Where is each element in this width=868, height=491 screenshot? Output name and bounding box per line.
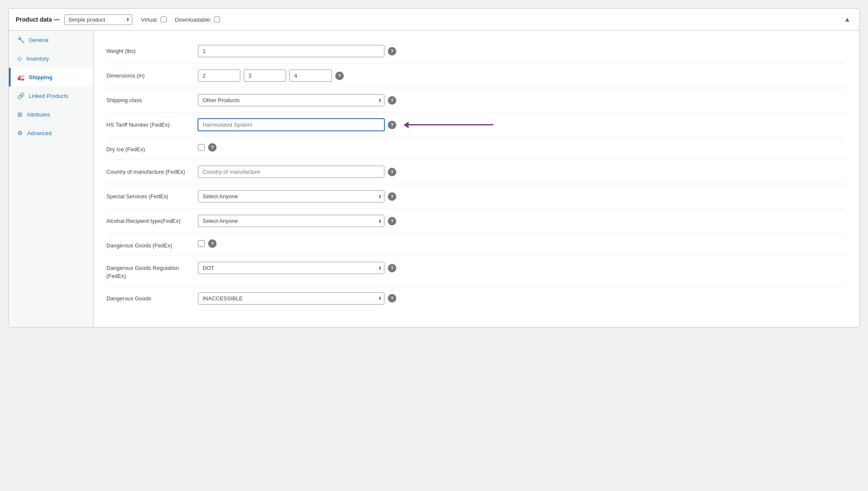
- dimensions-field: ?: [198, 69, 846, 82]
- sidebar-item-advanced[interactable]: ⚙ Advanced: [9, 124, 93, 142]
- dangerous-goods-2-select[interactable]: INACCESSIBLE: [198, 292, 384, 305]
- panel-header: Product data — Simple product Virtual: D…: [9, 9, 859, 31]
- dangerous-goods-2-row: Dangerous Goods INACCESSIBLE ?: [106, 286, 846, 311]
- panel-title: Product data —: [16, 16, 59, 23]
- special-services-select-wrapper[interactable]: Select Anyone: [198, 190, 384, 203]
- truck-icon: 🚛: [17, 74, 25, 80]
- country-manufacture-field: ?: [198, 166, 846, 178]
- sidebar-item-inventory[interactable]: ◇ Inventory: [9, 49, 93, 68]
- sidebar-label-advanced: Advanced: [27, 130, 52, 136]
- hs-tariff-help-icon[interactable]: ?: [388, 121, 396, 129]
- sidebar-label-inventory: Inventory: [26, 55, 49, 62]
- virtual-label: Virtual:: [141, 17, 158, 23]
- dimensions-group: [198, 69, 332, 82]
- sidebar-label-shipping: Shipping: [29, 74, 53, 80]
- arrow-line: [409, 124, 493, 125]
- virtual-checkbox[interactable]: [161, 17, 167, 22]
- downloadable-option[interactable]: Downloadable:: [175, 17, 220, 23]
- sidebar-item-shipping[interactable]: 🚛 Shipping: [9, 68, 93, 86]
- weight-input[interactable]: [198, 45, 384, 57]
- country-manufacture-label: Country of manufacture (FedEx): [106, 166, 191, 176]
- weight-label: Weight (lbs): [106, 45, 191, 55]
- dry-ice-checkbox[interactable]: [198, 144, 205, 151]
- link-icon: 🔗: [17, 92, 25, 99]
- hs-tariff-row: HS Tariff Number (FedEx) ?: [106, 113, 846, 137]
- alcohol-recipient-help-icon[interactable]: ?: [388, 217, 396, 225]
- dry-ice-help-icon[interactable]: ?: [208, 143, 217, 152]
- alcohol-recipient-select-wrapper[interactable]: Select Anyone: [198, 215, 384, 227]
- main-content: Weight (lbs) ? Dimensions (in) ?: [94, 31, 859, 327]
- downloadable-checkbox[interactable]: [214, 17, 220, 22]
- shipping-class-select-wrapper[interactable]: Other Products: [198, 94, 384, 106]
- dangerous-goods-regulation-help-icon[interactable]: ?: [388, 264, 396, 272]
- alcohol-recipient-label: Alcohal Recipient type(FedEx): [106, 215, 191, 225]
- virtual-option[interactable]: Virtual:: [141, 17, 166, 23]
- special-services-select[interactable]: Select Anyone: [198, 190, 384, 203]
- dimensions-row: Dimensions (in) ?: [106, 64, 846, 88]
- dry-ice-row: Dry Ice (FedEx) ?: [106, 137, 846, 160]
- diamond-icon: ◇: [17, 55, 22, 62]
- product-data-panel: Product data — Simple product Virtual: D…: [8, 8, 860, 327]
- country-manufacture-help-icon[interactable]: ?: [388, 168, 396, 176]
- alcohol-recipient-field: Select Anyone ?: [198, 215, 846, 227]
- downloadable-label: Downloadable:: [175, 17, 211, 23]
- dangerous-goods-field: ?: [198, 239, 846, 248]
- collapse-button[interactable]: ▲: [842, 14, 852, 25]
- arrow-annotation: [404, 122, 493, 128]
- special-services-help-icon[interactable]: ?: [388, 192, 396, 201]
- header-options: Virtual: Downloadable:: [141, 17, 220, 23]
- hs-tariff-label: HS Tariff Number (FedEx): [106, 119, 191, 129]
- shipping-class-label: Shipping class: [106, 94, 191, 104]
- dangerous-goods-2-select-wrapper[interactable]: INACCESSIBLE: [198, 292, 384, 305]
- dimension-w-input[interactable]: [244, 69, 286, 82]
- shipping-class-field: Other Products ?: [198, 94, 846, 106]
- shipping-class-row: Shipping class Other Products ?: [106, 88, 846, 113]
- special-services-row: Special Services (FedEx) Select Anyone ?: [106, 184, 846, 209]
- dimension-h-input[interactable]: [289, 69, 332, 82]
- weight-row: Weight (lbs) ?: [106, 39, 846, 64]
- dangerous-goods-regulation-select-wrapper[interactable]: DOT: [198, 262, 384, 274]
- dimensions-label: Dimensions (in): [106, 69, 191, 80]
- hs-tariff-field: ?: [198, 119, 846, 131]
- dangerous-goods-checkbox[interactable]: [198, 240, 205, 247]
- product-type-wrapper[interactable]: Simple product: [64, 14, 132, 25]
- dangerous-goods-2-label: Dangerous Goods: [106, 292, 191, 302]
- dangerous-goods-label: Dangerous Goods (FedEx): [106, 239, 191, 250]
- dangerous-goods-2-field: INACCESSIBLE ?: [198, 292, 846, 305]
- dimension-l-input[interactable]: [198, 69, 240, 82]
- alcohol-recipient-select[interactable]: Select Anyone: [198, 215, 384, 227]
- dry-ice-field: ?: [198, 143, 846, 152]
- sidebar-label-attributes: Attributes: [27, 111, 50, 118]
- weight-help-icon[interactable]: ?: [388, 47, 396, 55]
- sidebar: 🔧 General ◇ Inventory 🚛 Shipping 🔗 Linke…: [9, 31, 94, 327]
- shipping-class-select[interactable]: Other Products: [198, 94, 384, 106]
- dangerous-goods-help-icon[interactable]: ?: [208, 239, 217, 248]
- country-manufacture-row: Country of manufacture (FedEx) ?: [106, 160, 846, 184]
- dangerous-goods-regulation-label: Dangerous Goods Regulation (FedEx): [106, 262, 191, 280]
- shipping-class-help-icon[interactable]: ?: [388, 96, 396, 105]
- product-type-select[interactable]: Simple product: [64, 14, 132, 25]
- dry-ice-label: Dry Ice (FedEx): [106, 143, 191, 153]
- sidebar-item-general[interactable]: 🔧 General: [9, 31, 93, 49]
- grid-icon: ⊞: [17, 111, 22, 118]
- dangerous-goods-regulation-row: Dangerous Goods Regulation (FedEx) DOT ?: [106, 256, 846, 286]
- alcohol-recipient-row: Alcohal Recipient type(FedEx) Select Any…: [106, 209, 846, 233]
- arrow-head: [403, 122, 409, 128]
- sidebar-label-general: General: [29, 37, 48, 43]
- special-services-label: Special Services (FedEx): [106, 190, 191, 200]
- dangerous-goods-2-help-icon[interactable]: ?: [388, 294, 396, 302]
- special-services-field: Select Anyone ?: [198, 190, 846, 203]
- wrench-icon: 🔧: [17, 36, 25, 43]
- country-manufacture-input[interactable]: [198, 166, 384, 178]
- weight-field: ?: [198, 45, 846, 57]
- sidebar-label-linked-products: Linked Products: [29, 93, 68, 99]
- panel-body: 🔧 General ◇ Inventory 🚛 Shipping 🔗 Linke…: [9, 31, 859, 327]
- gear-icon: ⚙: [17, 130, 23, 136]
- dangerous-goods-regulation-select[interactable]: DOT: [198, 262, 384, 274]
- hs-tariff-input[interactable]: [198, 119, 384, 131]
- dangerous-goods-regulation-field: DOT ?: [198, 262, 846, 274]
- dangerous-goods-row: Dangerous Goods (FedEx) ?: [106, 233, 846, 256]
- sidebar-item-linked-products[interactable]: 🔗 Linked Products: [9, 86, 93, 105]
- dimensions-help-icon[interactable]: ?: [335, 72, 344, 80]
- sidebar-item-attributes[interactable]: ⊞ Attributes: [9, 105, 93, 124]
